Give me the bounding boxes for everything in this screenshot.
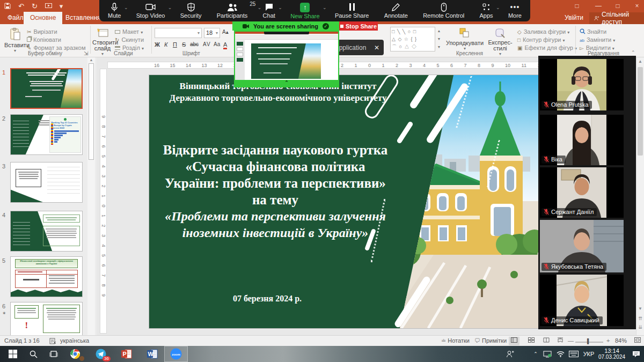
sign-in-button[interactable]: Увійти bbox=[565, 14, 583, 21]
participant-tile[interactable]: Денис Савицький bbox=[540, 275, 624, 326]
participant-tile[interactable]: Сержант Даніїл bbox=[540, 167, 624, 218]
underline-button[interactable]: П bbox=[173, 41, 177, 48]
preview-collapse-bar[interactable]: ⌃ bbox=[235, 80, 338, 86]
keyboard-language-indicator[interactable]: УКР bbox=[581, 346, 597, 362]
character-spacing-button[interactable]: AV bbox=[203, 41, 211, 47]
share-preview-window[interactable]: ⌃ bbox=[234, 31, 339, 87]
shape-fill-button[interactable]: ◇Заливка фігури ▾ bbox=[517, 28, 569, 35]
scrollbar-handle[interactable] bbox=[638, 67, 643, 156]
slide-thumbnail-1[interactable] bbox=[10, 68, 83, 109]
find-button[interactable]: Знайти bbox=[580, 28, 606, 35]
next-slide-button[interactable]: ⇊ bbox=[636, 323, 644, 331]
participant-tile[interactable]: Якубовська Тетяна bbox=[540, 220, 624, 272]
scroll-up-icon[interactable]: ▲ bbox=[636, 57, 644, 66]
participants-button[interactable]: Participants 25 ⌄ bbox=[216, 2, 248, 20]
notes-button[interactable]: ≐ Нотатки bbox=[441, 337, 470, 344]
document-scrollbar[interactable]: ▲ ▼ ⇈ ⇊ bbox=[636, 57, 644, 335]
ribbon-display-options-icon[interactable]: □ bbox=[568, 0, 586, 12]
more-button[interactable]: ••• More bbox=[507, 2, 523, 20]
reading-view-button[interactable] bbox=[541, 337, 552, 345]
change-case-button[interactable]: Aa bbox=[214, 41, 220, 47]
zoom-taskbar-icon-active[interactable]: zoom bbox=[164, 346, 188, 362]
comments-button[interactable]: 🗩 Примітки bbox=[474, 337, 507, 344]
tray-expand-icon[interactable]: ⌃ bbox=[530, 346, 541, 362]
abc-strikethrough-button[interactable]: abc bbox=[190, 41, 199, 47]
stop-share-button[interactable]: Stop Share bbox=[339, 21, 378, 31]
keyboard-tray-icon[interactable] bbox=[567, 346, 581, 362]
zoom-out-button[interactable]: — bbox=[568, 337, 574, 344]
fit-slide-button[interactable] bbox=[632, 337, 643, 345]
apps-chevron-icon[interactable]: ⌄ bbox=[496, 5, 500, 10]
new-share-chevron-icon[interactable]: ⌄ bbox=[323, 5, 327, 10]
strikethrough-button[interactable]: S bbox=[182, 41, 186, 48]
font-color-button[interactable]: А bbox=[223, 41, 227, 49]
participant-tile[interactable]: Віка bbox=[540, 115, 624, 165]
participants-chevron-icon[interactable]: ⌄ bbox=[258, 5, 262, 10]
arrange-button[interactable]: Упорядкувати ▾ bbox=[444, 28, 485, 51]
pause-share-button[interactable]: Pause Share bbox=[334, 2, 370, 20]
shapes-scroll-down-icon[interactable]: ▼ bbox=[436, 35, 442, 43]
thumb-scroll-up-icon[interactable]: ▲ bbox=[87, 57, 95, 63]
security-button[interactable]: Security bbox=[179, 2, 203, 20]
undo-icon[interactable]: ↶ bbox=[18, 2, 24, 10]
language-indicator[interactable]: українська bbox=[60, 337, 89, 344]
previous-slide-button[interactable]: ⇈ bbox=[636, 315, 644, 322]
redo-icon[interactable]: ↻ bbox=[32, 2, 38, 10]
slide-thumbnail-3[interactable] bbox=[10, 162, 83, 203]
reset-button[interactable]: ↻Скинути bbox=[115, 36, 144, 43]
spell-check-icon[interactable] bbox=[49, 338, 56, 344]
chat-chevron-icon[interactable]: ⌄ bbox=[278, 5, 282, 10]
close-icon[interactable]: × bbox=[628, 0, 644, 12]
slide-sorter-view-button[interactable] bbox=[526, 337, 537, 345]
thumbnail-scrollbar[interactable]: ▲ bbox=[87, 57, 95, 335]
new-slide-button[interactable]: Створити слайд ▾ bbox=[92, 28, 113, 56]
tab-home[interactable]: Основне bbox=[24, 12, 62, 24]
notification-close-icon[interactable]: ✕ bbox=[374, 44, 379, 51]
stop-video-chevron-icon[interactable]: ⌄ bbox=[168, 5, 172, 10]
slideshow-view-button[interactable] bbox=[555, 337, 566, 345]
shape-outline-button[interactable]: □Контур фігури ▾ bbox=[517, 36, 565, 43]
start-slideshow-icon[interactable] bbox=[45, 3, 52, 9]
annotate-button[interactable]: Annotate bbox=[383, 2, 409, 20]
zoom-in-button[interactable]: + bbox=[606, 337, 610, 344]
action-center-icon[interactable] bbox=[629, 346, 643, 362]
save-icon[interactable] bbox=[4, 3, 11, 9]
display-tray-icon[interactable] bbox=[541, 346, 554, 362]
copy-button[interactable]: Копіювати bbox=[27, 36, 61, 43]
telegram-taskbar-icon[interactable]: 36 bbox=[90, 346, 112, 362]
powerpoint-taskbar-icon[interactable]: P bbox=[116, 346, 137, 362]
mute-chevron-icon[interactable]: ⌄ bbox=[124, 5, 128, 10]
word-taskbar-icon[interactable]: W bbox=[142, 346, 163, 362]
shapes-scroll-up-icon[interactable]: ▲ bbox=[436, 27, 442, 35]
people-tray-icon[interactable] bbox=[502, 346, 517, 362]
mute-button[interactable]: Mute ⌄ bbox=[107, 2, 122, 20]
clock-tray[interactable]: 13:14 07.03.2024 bbox=[597, 346, 627, 362]
collapse-ribbon-icon[interactable]: ⌃ bbox=[631, 50, 635, 55]
grow-font-button[interactable]: А▴ bbox=[222, 29, 229, 35]
zoom-percentage[interactable]: 84% bbox=[615, 337, 627, 344]
slide-thumbnail-5[interactable]: Фінансовий моніторинг операцій з віртуал… bbox=[10, 256, 83, 297]
slide-canvas[interactable]: Вінницький торговельно-економічний інсти… bbox=[149, 75, 542, 328]
normal-view-button[interactable] bbox=[509, 337, 519, 345]
slide-thumbnail-2[interactable]: Ranking Top 21 Countries in Europe by Cr… bbox=[10, 114, 83, 155]
share-access-button[interactable]: Спільний доступ bbox=[589, 12, 644, 24]
paste-button[interactable]: Вставити ▾ bbox=[4, 28, 26, 53]
apps-button[interactable]: Apps ⌄ bbox=[479, 2, 494, 20]
stop-video-button[interactable]: Stop Video ⌄ bbox=[135, 2, 166, 20]
bold-button[interactable]: Ж bbox=[155, 41, 160, 48]
maximize-icon[interactable]: □ bbox=[609, 0, 627, 12]
font-size-select[interactable]: 18▾ bbox=[204, 28, 220, 38]
qat-customize-icon[interactable]: ▾ bbox=[60, 2, 63, 10]
cut-button[interactable]: ✂Вирізати bbox=[27, 28, 57, 35]
slide-thumbnail-4[interactable] bbox=[10, 211, 83, 252]
start-button[interactable] bbox=[3, 346, 23, 362]
new-share-button[interactable]: ↑ New Share ⌄ bbox=[289, 2, 320, 20]
clipboard-dialog-launcher-icon[interactable]: ⇲ bbox=[84, 50, 88, 56]
font-name-select[interactable]: ▾ bbox=[155, 28, 202, 38]
zoom-slider-handle[interactable]: ▌ bbox=[587, 338, 590, 344]
task-view-button[interactable] bbox=[44, 346, 63, 362]
italic-button[interactable]: К bbox=[164, 41, 167, 48]
quick-styles-button[interactable]: Експрес-стилі ▾ bbox=[486, 28, 514, 56]
scroll-down-icon[interactable]: ▼ bbox=[636, 305, 644, 313]
thumb-scrollbar-handle[interactable] bbox=[89, 63, 94, 160]
